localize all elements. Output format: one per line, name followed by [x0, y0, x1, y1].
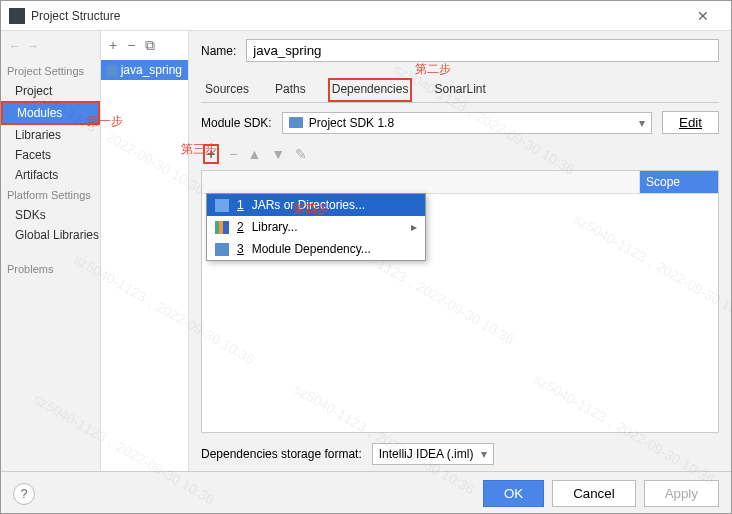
tab-sources[interactable]: Sources	[201, 78, 253, 102]
name-label: Name:	[201, 44, 236, 58]
submenu-arrow-icon: ▸	[411, 220, 417, 234]
jars-icon	[215, 199, 229, 212]
remove-dependency-icon[interactable]: −	[229, 146, 237, 162]
move-down-icon[interactable]: ▼	[271, 146, 285, 162]
module-list-panel: + − ⧉ java_spring	[101, 31, 189, 471]
forward-icon[interactable]: →	[27, 39, 39, 53]
nav-artifacts[interactable]: Artifacts	[1, 165, 100, 185]
popup-library-label: Library...	[252, 220, 298, 234]
module-dep-icon	[215, 243, 229, 256]
popup-library[interactable]: 2 Library... ▸	[207, 216, 425, 238]
nav-global-libraries[interactable]: Global Libraries	[1, 225, 100, 245]
module-toolbar: + − ⧉	[101, 31, 188, 60]
annotation-step2: 第二步	[415, 61, 451, 78]
annotation-step4: 第四步	[293, 201, 329, 218]
dep-col-scope: Scope	[640, 171, 718, 193]
app-icon	[9, 8, 25, 24]
nav-libraries[interactable]: Libraries	[1, 125, 100, 145]
move-up-icon[interactable]: ▲	[247, 146, 261, 162]
dep-col-name	[202, 171, 640, 193]
dependency-toolbar: + − ▲ ▼ ✎	[201, 140, 719, 170]
section-project-settings: Project Settings	[1, 61, 100, 81]
sdk-label: Module SDK:	[201, 116, 272, 130]
titlebar: Project Structure ✕	[1, 1, 731, 31]
nav-modules[interactable]: Modules	[1, 101, 100, 125]
sdk-value: Project SDK 1.8	[309, 116, 394, 130]
tab-paths[interactable]: Paths	[271, 78, 310, 102]
copy-module-icon[interactable]: ⧉	[145, 37, 155, 54]
cancel-button[interactable]: Cancel	[552, 480, 636, 507]
remove-module-icon[interactable]: −	[127, 37, 135, 54]
help-icon[interactable]: ?	[13, 483, 35, 505]
library-icon	[215, 221, 229, 234]
nav-history: ← →	[1, 35, 100, 61]
nav-sdks[interactable]: SDKs	[1, 205, 100, 225]
module-editor: Name: Sources Paths Dependencies SonarLi…	[189, 31, 731, 471]
nav-facets[interactable]: Facets	[1, 145, 100, 165]
module-name-input[interactable]	[246, 39, 719, 62]
dependency-table: Scope 1 JARs or Directories... 2 Library…	[201, 170, 719, 433]
edit-sdk-button[interactable]: Edit	[662, 111, 719, 134]
add-module-icon[interactable]: +	[109, 37, 117, 54]
module-folder-icon	[107, 65, 117, 76]
nav-project[interactable]: Project	[1, 81, 100, 101]
ok-button[interactable]: OK	[483, 480, 544, 507]
back-icon[interactable]: ←	[9, 39, 21, 53]
dialog-footer: ? OK Cancel Apply	[1, 471, 731, 514]
nav-problems[interactable]: Problems	[1, 259, 100, 279]
module-item[interactable]: java_spring	[101, 60, 188, 80]
window-title: Project Structure	[31, 9, 683, 23]
apply-button[interactable]: Apply	[644, 480, 719, 507]
edit-dependency-icon[interactable]: ✎	[295, 146, 307, 162]
sdk-select[interactable]: Project SDK 1.8	[282, 112, 652, 134]
tabs: Sources Paths Dependencies SonarLint	[201, 78, 719, 103]
annotation-step1: 第一步	[87, 113, 123, 130]
popup-module-dep[interactable]: 3 Module Dependency...	[207, 238, 425, 260]
sdk-folder-icon	[289, 117, 303, 128]
section-platform-settings: Platform Settings	[1, 185, 100, 205]
storage-value: IntelliJ IDEA (.iml)	[379, 447, 474, 461]
storage-label: Dependencies storage format:	[201, 447, 362, 461]
storage-select[interactable]: IntelliJ IDEA (.iml)	[372, 443, 495, 465]
close-icon[interactable]: ✕	[683, 8, 723, 24]
left-nav: ← → Project Settings Project Modules Lib…	[1, 31, 101, 471]
annotation-step3: 第三步	[181, 141, 217, 158]
module-item-label: java_spring	[121, 63, 182, 77]
popup-module-dep-label: Module Dependency...	[252, 242, 371, 256]
tab-dependencies[interactable]: Dependencies	[328, 78, 413, 102]
tab-sonarlint[interactable]: SonarLint	[430, 78, 489, 102]
dialog-body: ← → Project Settings Project Modules Lib…	[1, 31, 731, 471]
